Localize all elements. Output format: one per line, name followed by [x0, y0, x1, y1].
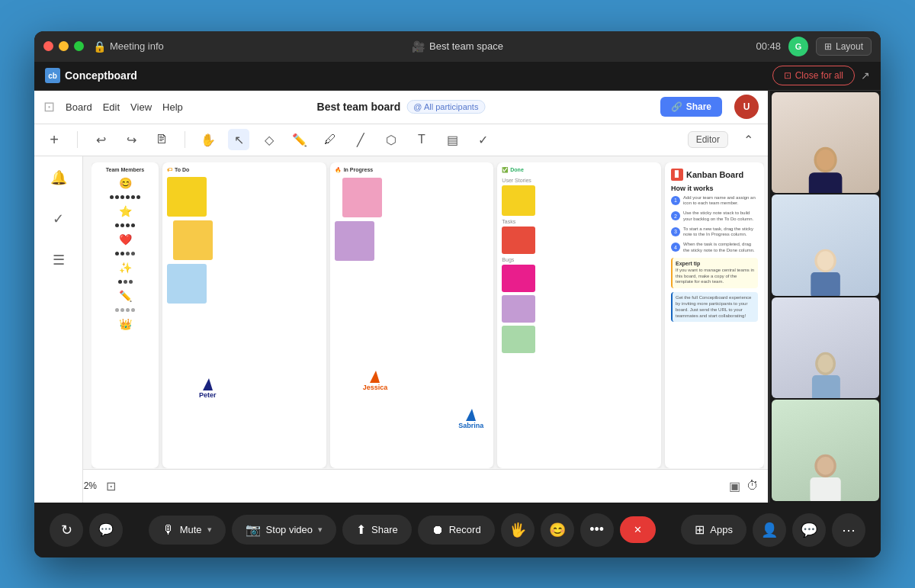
dots-1 [110, 195, 140, 199]
canvas-content[interactable]: 🔔 ✓ ☰ Team Members 😊 [34, 156, 768, 503]
close-button[interactable] [43, 41, 53, 51]
video-bg-4 [772, 400, 879, 501]
share-link-icon: 🔗 [671, 101, 682, 112]
chat-bubble-button[interactable]: 💬 [89, 513, 123, 547]
marker-tool[interactable]: 🖊 [319, 129, 341, 150]
video-tile-1 [772, 92, 879, 194]
board-title: Best team board [317, 101, 401, 113]
check-tool[interactable]: ✓ [472, 129, 493, 150]
canvas-bottom-bar: ⊙ ⊕ 22% ⊡ ▣ ⏱ [34, 469, 768, 503]
board-title-center: Best team board @ All participants [317, 100, 486, 114]
tasks-icon[interactable]: ✓ [45, 205, 72, 233]
line-tool[interactable]: ╱ [350, 129, 371, 150]
home-icon[interactable]: ⊡ [43, 98, 55, 115]
menu-board[interactable]: Board [66, 98, 92, 116]
close-for-all-button[interactable]: ⊡ Close for all [772, 66, 855, 85]
share-out-icon[interactable]: ↗ [861, 69, 870, 82]
maximize-button[interactable] [74, 41, 84, 51]
dots-3 [115, 252, 135, 255]
main-area: ⊡ Board Edit View Help Best team board @… [34, 91, 881, 503]
reactions-button[interactable]: 🖐 [501, 513, 535, 547]
layout-button[interactable]: ⊞ Layout [816, 37, 872, 56]
apps-button[interactable]: ⊞ Apps [681, 515, 746, 545]
eraser-tool[interactable]: ◇ [258, 129, 280, 150]
sticky-todo-1 [167, 177, 207, 217]
in-progress-col: 🔥 In Progress Jessica Sa [330, 162, 494, 468]
more-button[interactable]: ••• [580, 513, 614, 547]
smiley-button[interactable]: 😊 [541, 513, 574, 547]
video-overlay-icon[interactable]: ▣ [729, 479, 740, 493]
jessica-name: Jessica [361, 383, 390, 392]
collapse-toolbar[interactable]: ⌃ [737, 129, 759, 150]
apps-label: Apps [710, 524, 733, 535]
ctrl-left-group: ↻ 💬 [50, 513, 123, 547]
cursor-arrow-sabrina [466, 409, 476, 421]
chat-button[interactable]: 💬 [792, 513, 826, 547]
share-button[interactable]: 🔗 Share [660, 97, 722, 117]
pen-tool[interactable]: ✏️ [289, 129, 310, 150]
meeting-info-label: Meeting info [110, 40, 164, 52]
mute-button[interactable]: 🎙 Mute ▾ [149, 516, 226, 545]
jessica-cursor: Jessica [361, 371, 390, 392]
ellipsis-icon: ⋯ [842, 522, 856, 538]
add-tool[interactable]: + [43, 129, 65, 150]
minimize-button[interactable] [59, 41, 69, 51]
conceptboard-logo: cb Conceptboard [45, 68, 137, 83]
video-bg-2 [772, 194, 879, 296]
share-screen-button[interactable]: ⬆ Share [342, 515, 412, 545]
drawing-toolbar: + ↩ ↪ 🖹 ✋ ↖ ◇ ✏️ 🖊 ╱ ⬡ T ▤ ✓ Editor ⌃ [34, 124, 768, 156]
left-sidebar: 🔔 ✓ ☰ [34, 156, 83, 503]
select-tool[interactable]: ↖ [228, 129, 249, 150]
menu-help[interactable]: Help [162, 98, 183, 116]
mute-chevron: ▾ [207, 525, 212, 535]
sticky-done-4 [502, 295, 535, 323]
svg-point-2 [816, 149, 833, 170]
list-icon[interactable]: ☰ [45, 246, 72, 274]
record-button[interactable]: ⏺ Record [418, 516, 495, 545]
step-1: 1 Add your team name and assign an icon … [671, 195, 758, 207]
notifications-icon[interactable]: 🔔 [45, 164, 72, 191]
editor-badge: Editor [688, 131, 728, 148]
stop-video-label: Stop video [266, 524, 313, 535]
sticky-done-1 [502, 185, 535, 216]
meeting-info[interactable]: 🔒 Meeting info [93, 40, 164, 53]
person-svg-2 [780, 244, 872, 295]
reactions-icon: 🖐 [509, 522, 526, 538]
video-icon: 📷 [246, 522, 261, 537]
refresh-button[interactable]: ↻ [50, 513, 83, 547]
sticky-todo-2 [173, 220, 213, 260]
done-col: ✅ Done User Stories Tasks Bugs [497, 162, 661, 468]
how-it-works-title: How it works [671, 185, 758, 192]
redo-tool[interactable]: ↪ [120, 129, 142, 150]
participants-badge[interactable]: @ All participants [406, 100, 485, 114]
cursor-arrow-jessica [370, 371, 380, 383]
member-icon-3: ❤️ [119, 233, 132, 246]
undo-tool[interactable]: ↩ [90, 129, 111, 150]
peter-name: Peter [197, 390, 219, 400]
menu-edit[interactable]: Edit [103, 98, 120, 116]
todo-col: 🏷 To Do Peter [162, 162, 326, 468]
stop-video-button[interactable]: 📷 Stop video ▾ [232, 515, 336, 545]
timer-icon[interactable]: ⏱ [746, 479, 759, 493]
app-name: Conceptboard [65, 69, 137, 82]
participants-button[interactable]: 👤 [753, 513, 786, 547]
sticky-tool[interactable]: ▤ [441, 129, 463, 150]
menu-view[interactable]: View [130, 98, 152, 116]
text-tool[interactable]: T [411, 129, 432, 150]
member-icon-1: 😊 [119, 177, 132, 189]
more-options-button[interactable]: ⋯ [832, 513, 865, 547]
end-call-button[interactable]: ✕ [620, 516, 656, 543]
titlebar-center: 🎥 Best team space [412, 40, 503, 53]
user-stories-label: User Stories [502, 178, 657, 183]
team-members-header: Team Members [96, 167, 154, 172]
shapes-tool[interactable]: ⬡ [380, 129, 402, 150]
ctrl-right-group: ⊞ Apps 👤 💬 ⋯ [681, 513, 865, 547]
format-tool[interactable]: 🖹 [151, 129, 172, 150]
record-label: Record [449, 524, 481, 535]
hand-tool[interactable]: ✋ [197, 129, 219, 150]
kanban-info-panel: ▊ Kanban Board How it works 1 Add your t… [665, 162, 764, 468]
chat-icon: 💬 [98, 522, 114, 537]
video-panel [770, 91, 881, 503]
fit-screen-icon[interactable]: ⊡ [106, 479, 116, 493]
tasks-label: Tasks [502, 219, 657, 224]
